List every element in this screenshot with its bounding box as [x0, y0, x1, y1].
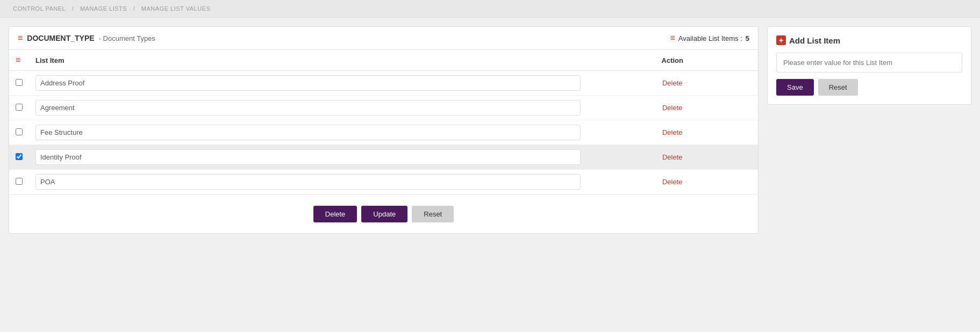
available-count-number: 5 [746, 34, 749, 42]
row-input-cell [29, 120, 587, 145]
breadcrumb-item-manage-list-values: MANAGE LIST VALUES [141, 5, 210, 12]
row-action-cell: Delete [587, 96, 758, 120]
row-checkbox-cell [9, 96, 29, 120]
header-list-icon: ≡ [16, 55, 20, 64]
row-delete-link[interactable]: Delete [593, 79, 752, 87]
add-list-item-label: Add List Item [789, 36, 840, 45]
row-value-input[interactable] [35, 75, 581, 91]
bottom-buttons: Delete Update Reset [9, 194, 758, 233]
panel-header: ≡ DOCUMENT_TYPE - Document Types ≡ Avail… [9, 27, 758, 50]
left-panel: ≡ DOCUMENT_TYPE - Document Types ≡ Avail… [9, 26, 759, 234]
row-input-cell [29, 96, 587, 120]
add-icon: + [776, 35, 786, 45]
header-checkbox-col: ≡ [9, 50, 29, 71]
row-checkbox[interactable] [16, 128, 23, 135]
row-checkbox-cell [9, 120, 29, 145]
reset-button[interactable]: Reset [818, 79, 858, 96]
header-action: Action [587, 50, 758, 71]
row-value-input[interactable] [35, 125, 581, 140]
breadcrumb-item-manage-lists[interactable]: MANAGE LISTS [80, 5, 127, 12]
row-checkbox-cell [9, 145, 29, 170]
add-list-item-input[interactable] [776, 53, 962, 73]
available-list-icon: ≡ [670, 33, 675, 43]
row-value-input[interactable] [35, 149, 581, 165]
bulk-reset-button[interactable]: Reset [412, 206, 454, 222]
row-checkbox-cell [9, 71, 29, 96]
breadcrumb-separator: / [133, 5, 135, 12]
row-checkbox[interactable] [16, 153, 23, 160]
row-checkbox[interactable] [16, 104, 23, 111]
right-panel: + Add List Item Save Reset [767, 26, 971, 105]
table-row: Delete [9, 120, 758, 145]
table-row: Delete [9, 96, 758, 120]
save-button[interactable]: Save [776, 79, 814, 96]
main-layout: ≡ DOCUMENT_TYPE - Document Types ≡ Avail… [0, 18, 980, 242]
table-row: Delete [9, 145, 758, 170]
bulk-delete-button[interactable]: Delete [313, 206, 357, 222]
panel-title: ≡ DOCUMENT_TYPE - Document Types [18, 33, 155, 43]
row-checkbox[interactable] [16, 79, 23, 86]
list-table: ≡ List Item Action DeleteDeleteDeleteDel… [9, 50, 758, 194]
table-header-row: ≡ List Item Action [9, 50, 758, 71]
row-input-cell [29, 71, 587, 96]
row-action-cell: Delete [587, 170, 758, 194]
row-value-input[interactable] [35, 100, 581, 116]
row-input-cell [29, 145, 587, 170]
breadcrumb: CONTROL PANEL / MANAGE LISTS / MANAGE LI… [0, 0, 980, 18]
row-action-cell: Delete [587, 145, 758, 170]
breadcrumb-separator: / [72, 5, 74, 12]
row-delete-link[interactable]: Delete [593, 178, 752, 186]
row-delete-link[interactable]: Delete [593, 104, 752, 112]
available-count: ≡ Available List Items : 5 [670, 33, 749, 43]
breadcrumb-item-control-panel[interactable]: CONTROL PANEL [13, 5, 66, 12]
row-value-input[interactable] [35, 174, 581, 190]
row-action-cell: Delete [587, 120, 758, 145]
document-type-label: DOCUMENT_TYPE [27, 34, 94, 42]
right-buttons: Save Reset [776, 79, 962, 96]
row-delete-link[interactable]: Delete [593, 128, 752, 136]
table-row: Delete [9, 170, 758, 194]
list-icon: ≡ [18, 33, 23, 43]
available-label: Available List Items : [678, 34, 742, 42]
bulk-update-button[interactable]: Update [361, 206, 407, 222]
header-list-item: List Item [29, 50, 587, 71]
row-checkbox-cell [9, 170, 29, 194]
row-action-cell: Delete [587, 71, 758, 96]
add-list-item-title: + Add List Item [776, 35, 962, 45]
row-input-cell [29, 170, 587, 194]
row-delete-link[interactable]: Delete [593, 153, 752, 161]
row-checkbox[interactable] [16, 178, 23, 185]
table-row: Delete [9, 71, 758, 96]
document-type-subtitle: - Document Types [99, 34, 155, 42]
